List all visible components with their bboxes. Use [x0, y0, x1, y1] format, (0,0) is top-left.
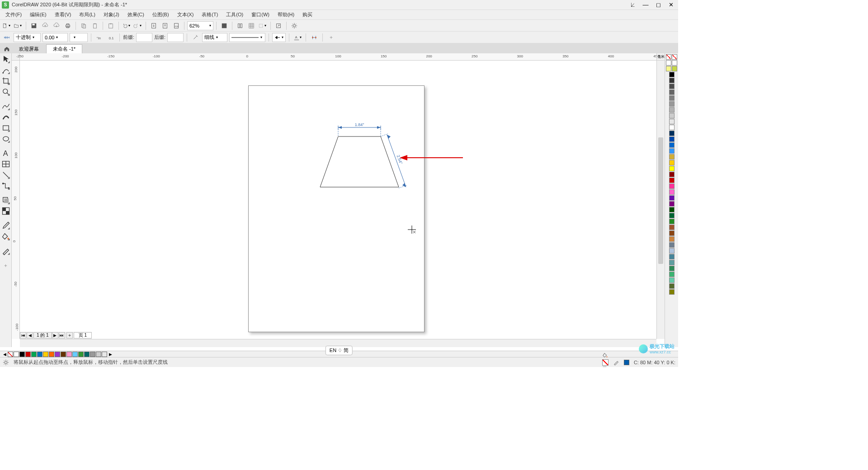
redo-button[interactable]: ▾	[133, 21, 143, 31]
launch-button[interactable]	[274, 21, 283, 31]
menu-item[interactable]: 对象(J)	[100, 10, 123, 19]
color-swatch[interactable]	[669, 160, 675, 165]
color-swatch[interactable]	[669, 107, 675, 113]
connector-tool[interactable]: ◢	[1, 181, 11, 191]
export-button[interactable]	[160, 21, 170, 31]
menu-item[interactable]: 查看(V)	[51, 10, 75, 19]
home-tab-icon[interactable]	[2, 44, 12, 53]
menu-item[interactable]: 布局(L)	[75, 10, 99, 19]
precision-select[interactable]: 0.00▾	[42, 33, 68, 42]
doc-color-swatch[interactable]	[55, 352, 60, 357]
page-prev-icon[interactable]: ◀	[27, 332, 33, 338]
trapezoid-shape[interactable]	[320, 136, 399, 187]
gear-icon[interactable]	[3, 359, 9, 366]
page-last-icon[interactable]: ⏭	[59, 332, 65, 338]
clipboard-button[interactable]	[106, 21, 116, 31]
tab-document[interactable]: 未命名 -1*	[46, 44, 82, 53]
color-swatch[interactable]	[669, 172, 675, 177]
cloud-down-button[interactable]	[52, 21, 61, 31]
outline-pen-icon[interactable]	[190, 33, 200, 42]
color-swatch[interactable]	[669, 136, 675, 142]
color-swatch[interactable]	[669, 230, 675, 236]
no-outline-swatch[interactable]	[672, 54, 677, 60]
new-button[interactable]: ▾	[2, 21, 12, 31]
menu-item[interactable]: 表格(T)	[198, 10, 222, 19]
color-swatch[interactable]	[669, 207, 675, 212]
menu-item[interactable]: 文件(F)	[2, 10, 25, 19]
doc-color-swatch[interactable]	[61, 352, 66, 357]
color-swatch[interactable]	[669, 272, 675, 277]
text-position-icon[interactable]: A▾	[292, 33, 302, 42]
color-swatch[interactable]	[666, 66, 671, 71]
options-button[interactable]	[289, 21, 299, 31]
dimension-tool[interactable]: ◢	[1, 170, 11, 180]
menu-item[interactable]: 工具(O)	[222, 10, 247, 19]
pdf-button[interactable]: PDF	[171, 21, 181, 31]
color-swatch[interactable]	[669, 154, 675, 160]
shape-tool[interactable]: ◢	[1, 65, 11, 75]
color-swatch[interactable]	[669, 201, 675, 207]
color-swatch[interactable]	[669, 119, 675, 124]
color-swatch[interactable]	[669, 283, 675, 289]
doc-no-fill-swatch[interactable]	[8, 352, 13, 357]
doc-color-swatch[interactable]	[84, 352, 90, 357]
doc-color-swatch[interactable]	[90, 352, 95, 357]
maximize-icon[interactable]: ◻	[653, 1, 664, 9]
ruler-horizontal[interactable]: -250-200-150-100-50050100150200250300350…	[20, 53, 656, 61]
color-swatch[interactable]	[669, 254, 675, 259]
restore-down-icon[interactable]: ⟀	[627, 1, 638, 9]
color-swatch[interactable]	[669, 225, 675, 230]
color-swatch[interactable]	[669, 131, 675, 136]
dimension-style-icon[interactable]	[2, 33, 12, 42]
fill-indicator[interactable]: 无	[602, 352, 609, 367]
color-swatch[interactable]	[669, 101, 675, 107]
color-swatch[interactable]	[669, 78, 675, 83]
menu-item[interactable]: 窗口(W)	[248, 10, 273, 19]
doc-color-swatch[interactable]	[31, 352, 37, 357]
color-swatch[interactable]	[669, 242, 675, 248]
grid-button[interactable]	[246, 21, 256, 31]
show-units-icon[interactable]: "in	[94, 33, 104, 42]
drop-shadow-tool[interactable]: ◢	[1, 195, 11, 205]
guides-button[interactable]: ▾	[258, 21, 268, 31]
fullscreen-button[interactable]	[219, 21, 229, 31]
menu-item[interactable]: 帮助(H)	[274, 10, 298, 19]
line-width-select[interactable]: 细线▾	[202, 33, 227, 42]
arrow-start-select[interactable]: ▾	[272, 33, 286, 42]
color-swatch[interactable]	[669, 113, 675, 118]
color-swatch[interactable]	[669, 260, 675, 265]
artistic-media-tool[interactable]	[1, 112, 11, 122]
freehand-tool[interactable]: ◢	[1, 101, 11, 111]
leading-zero-icon[interactable]: 0.1	[106, 33, 116, 42]
ruler-vertical[interactable]: 200150100500-50-100	[12, 61, 20, 339]
table-tool[interactable]	[1, 159, 11, 169]
color-swatch[interactable]	[669, 289, 675, 295]
outline-pen-status-icon[interactable]	[613, 359, 619, 366]
color-swatch[interactable]	[669, 178, 675, 183]
no-fill-swatch[interactable]	[666, 54, 671, 60]
color-swatch[interactable]	[672, 60, 677, 66]
doc-color-swatch[interactable]	[72, 352, 78, 357]
doc-color-swatch[interactable]	[66, 352, 72, 357]
color-swatch[interactable]	[669, 248, 675, 254]
color-swatch[interactable]	[669, 277, 675, 283]
menu-item[interactable]: 编辑(E)	[26, 10, 50, 19]
palette-prev-icon[interactable]: ◀	[2, 352, 7, 357]
color-swatch[interactable]	[669, 148, 675, 154]
save-button[interactable]	[29, 21, 39, 31]
extension-line-icon[interactable]	[309, 33, 319, 42]
suffix-input[interactable]	[167, 33, 184, 42]
color-swatch[interactable]	[669, 189, 675, 195]
tab-welcome[interactable]: 欢迎屏幕	[13, 44, 45, 53]
palette-next-icon[interactable]: ▶	[108, 352, 113, 357]
print-button[interactable]	[63, 21, 73, 31]
text-tool[interactable]: A	[1, 148, 11, 158]
import-button[interactable]	[149, 21, 159, 31]
snap-button[interactable]	[235, 21, 245, 31]
scrollbar-vertical[interactable]	[656, 61, 665, 339]
color-swatch[interactable]	[669, 84, 675, 89]
color-swatch[interactable]	[669, 219, 675, 224]
menu-item[interactable]: 购买	[299, 10, 316, 19]
page-add-icon[interactable]: ＋	[66, 332, 73, 338]
color-swatch[interactable]	[669, 236, 675, 242]
